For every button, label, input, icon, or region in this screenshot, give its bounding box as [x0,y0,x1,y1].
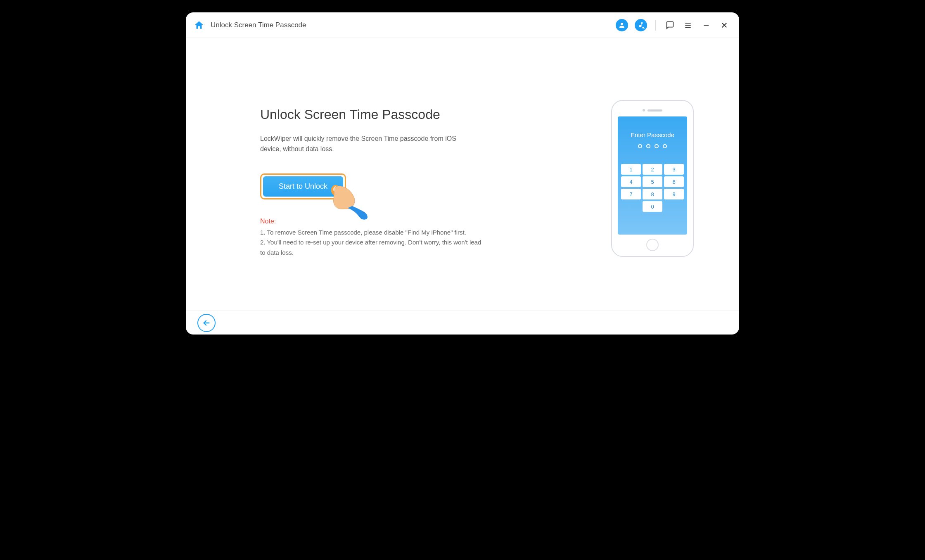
keypad: 1 2 3 4 5 6 7 8 9 0 [621,164,684,212]
feedback-icon[interactable] [664,19,676,31]
titlebar-right [616,19,730,31]
main-description: LockWiper will quickly remove the Screen… [260,134,458,154]
passcode-dots [638,144,667,148]
footer [186,311,739,335]
content-area: Unlock Screen Time Passcode LockWiper wi… [186,38,739,311]
keypad-key: 5 [643,176,662,187]
right-pane: Enter Passcode 1 2 3 4 5 6 7 8 9 0 [591,92,714,257]
titlebar-left: Unlock Screen Time Passcode [193,19,306,31]
keypad-key: 8 [643,189,662,199]
home-icon[interactable] [193,19,205,31]
music-search-icon[interactable] [635,19,647,31]
phone-screen: Enter Passcode 1 2 3 4 5 6 7 8 9 0 [618,116,687,235]
keypad-key: 4 [621,176,641,187]
phone-illustration: Enter Passcode 1 2 3 4 5 6 7 8 9 0 [611,100,694,257]
left-pane: Unlock Screen Time Passcode LockWiper wi… [211,90,566,258]
note-item: 1. To remove Screen Time passcode, pleas… [260,228,483,238]
phone-home-button [646,239,659,251]
phone-screen-title: Enter Passcode [631,131,674,138]
phone-speaker [643,109,662,112]
note-list: 1. To remove Screen Time passcode, pleas… [260,228,483,258]
keypad-key: 9 [664,189,684,199]
separator [655,20,656,31]
note-label: Note: [260,218,566,225]
keypad-key: 7 [621,189,641,199]
titlebar: Unlock Screen Time Passcode [186,12,739,38]
back-button[interactable] [197,314,216,332]
keypad-key: 0 [643,201,662,212]
app-window: Unlock Screen Time Passcode [186,12,739,335]
account-icon[interactable] [616,19,628,31]
close-button[interactable] [719,19,730,31]
keypad-key: 2 [643,164,662,175]
minimize-button[interactable] [700,19,712,31]
keypad-key: 1 [621,164,641,175]
keypad-key: 3 [664,164,684,175]
start-to-unlock-button[interactable]: Start to Unlock [263,176,343,197]
main-heading: Unlock Screen Time Passcode [260,107,566,122]
note-item: 2. You'll need to re-set up your device … [260,237,483,258]
cta-highlight: Start to Unlock [260,173,346,199]
keypad-key: 6 [664,176,684,187]
menu-icon[interactable] [682,19,694,31]
page-title: Unlock Screen Time Passcode [211,21,306,29]
